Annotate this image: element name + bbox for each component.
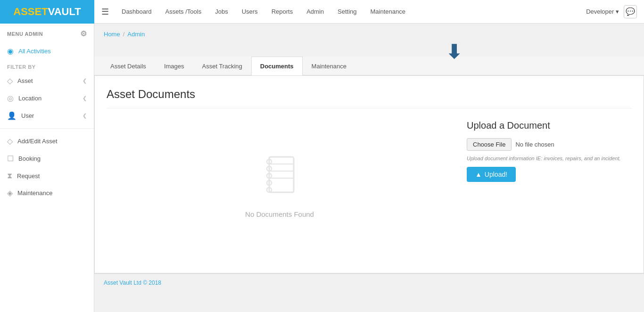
choose-file-button[interactable]: Choose File xyxy=(467,138,512,151)
chevron-right-icon: ❮ xyxy=(83,78,87,84)
chevron-right-icon-user: ❮ xyxy=(83,113,87,119)
menu-admin-label: MENU ADMIN xyxy=(7,31,43,37)
nav-links: Dashboard Assets /Tools Jobs Users Repor… xyxy=(116,6,586,17)
sidebar-item-request[interactable]: ⧗ Request xyxy=(0,167,94,184)
maintenance-icon: ◈ xyxy=(7,189,13,197)
breadcrumb-separator: / xyxy=(123,31,125,38)
logo-part1: ASSET xyxy=(13,6,48,17)
no-docs-icon xyxy=(261,155,298,205)
sidebar-location-label: Location xyxy=(18,95,41,102)
sidebar-maintenance-label: Maintenance xyxy=(17,189,52,197)
breadcrumb-current: Admin xyxy=(127,31,145,38)
app-logo: ASSETVAULT xyxy=(0,0,94,24)
down-arrow-icon: ⬇ xyxy=(446,42,462,61)
footer: Asset Vault Ltd © 2018 xyxy=(94,273,644,292)
upload-hint: Upload document information IE: invoices… xyxy=(467,156,632,161)
nav-dashboard[interactable]: Dashboard xyxy=(116,6,157,17)
chat-icon[interactable]: 💬 xyxy=(624,5,637,18)
chevron-right-icon-location: ❮ xyxy=(83,95,87,101)
file-input-row: Choose File No file chosen xyxy=(467,138,632,151)
sidebar: MENU ADMIN ⚙ ◉ All Activities FILTER BY … xyxy=(0,24,94,312)
sidebar-user-label: User xyxy=(21,112,34,119)
nav-admin[interactable]: Admin xyxy=(301,6,330,17)
nav-right: Developer ▾ 💬 xyxy=(586,5,644,18)
asset-icon: ◇ xyxy=(7,76,13,85)
nav-maintenance[interactable]: Maintenance xyxy=(365,6,411,17)
sidebar-item-add-edit-asset[interactable]: ◇ Add/Edit Asset xyxy=(0,132,94,150)
developer-dropdown[interactable]: Developer ▾ xyxy=(586,8,619,15)
all-activities-icon: ◉ xyxy=(7,47,14,56)
content-area: Home / Admin ⬇ Asset Details Images Asse… xyxy=(94,24,644,312)
gear-icon[interactable]: ⚙ xyxy=(80,29,87,38)
upload-title: Upload a Document xyxy=(467,120,632,131)
booking-icon: ☐ xyxy=(7,154,14,163)
sidebar-item-asset[interactable]: ◇ Asset ❮ xyxy=(0,72,94,90)
nav-assets-tools[interactable]: Assets /Tools xyxy=(160,6,207,17)
sidebar-request-label: Request xyxy=(17,172,40,180)
user-icon: 👤 xyxy=(7,111,17,120)
tab-images[interactable]: Images xyxy=(155,57,193,75)
svg-rect-0 xyxy=(269,157,294,192)
nav-reports[interactable]: Reports xyxy=(266,6,299,17)
breadcrumb: Home / Admin xyxy=(94,24,644,42)
all-activities-label: All Activities xyxy=(18,48,51,55)
panel-body: No Documents Found Upload a Document Cho… xyxy=(107,115,632,257)
sidebar-asset-label: Asset xyxy=(17,77,33,84)
panel-title: Asset Documents xyxy=(107,88,632,108)
logo-part2: VAULT xyxy=(48,6,81,17)
sidebar-menu-admin-header: MENU ADMIN ⚙ xyxy=(0,24,94,42)
sidebar-divider xyxy=(0,128,94,129)
nav-setting[interactable]: Setting xyxy=(332,6,362,17)
tabs-container: Asset Details Images Asset Tracking Docu… xyxy=(94,57,644,75)
sidebar-item-maintenance[interactable]: ◈ Maintenance xyxy=(0,184,94,202)
sidebar-item-all-activities[interactable]: ◉ All Activities xyxy=(0,42,94,60)
nav-jobs[interactable]: Jobs xyxy=(209,6,233,17)
sidebar-item-user[interactable]: 👤 User ❮ xyxy=(0,107,94,124)
tab-asset-details[interactable]: Asset Details xyxy=(101,57,155,75)
sidebar-item-location[interactable]: ◎ Location ❮ xyxy=(0,90,94,107)
main-panel: Asset Documents xyxy=(94,75,644,273)
add-asset-icon: ◇ xyxy=(7,137,13,146)
sidebar-booking-label: Booking xyxy=(18,155,41,162)
upload-cloud-icon: ▲ xyxy=(475,171,482,178)
footer-text: Asset Vault Ltd © 2018 xyxy=(104,279,161,286)
no-file-text: No file chosen xyxy=(515,141,554,148)
breadcrumb-home[interactable]: Home xyxy=(104,31,120,38)
hamburger-button[interactable]: ☰ xyxy=(94,7,116,17)
nav-users[interactable]: Users xyxy=(236,6,264,17)
filter-by-label: FILTER BY xyxy=(0,60,94,72)
request-icon: ⧗ xyxy=(7,172,12,180)
no-docs-text: No Documents Found xyxy=(245,210,314,218)
tab-documents[interactable]: Documents xyxy=(251,57,303,75)
tab-asset-tracking[interactable]: Asset Tracking xyxy=(193,57,251,75)
panel-right: Upload a Document Choose File No file ch… xyxy=(467,115,632,257)
tab-maintenance[interactable]: Maintenance xyxy=(303,57,355,75)
location-icon: ◎ xyxy=(7,94,14,103)
upload-button-label: Upload! xyxy=(485,171,507,178)
sidebar-add-asset-label: Add/Edit Asset xyxy=(17,138,58,145)
sidebar-item-booking[interactable]: ☐ Booking xyxy=(0,150,94,167)
upload-button[interactable]: ▲ Upload! xyxy=(467,167,516,182)
panel-left: No Documents Found xyxy=(107,115,453,257)
